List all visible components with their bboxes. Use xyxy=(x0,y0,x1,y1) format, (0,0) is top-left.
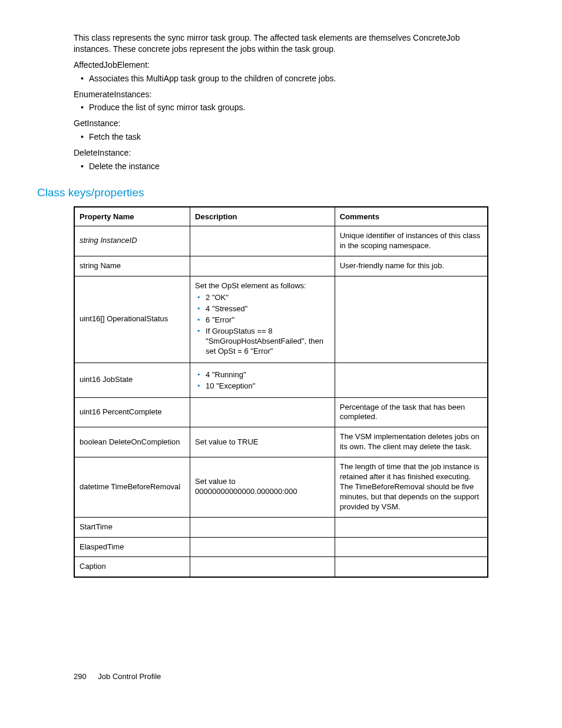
cell-description-text: Set value to TRUE xyxy=(195,437,330,447)
block-label: EnumerateInstances: xyxy=(74,89,488,100)
cell-description xyxy=(190,256,335,276)
block-label: AffectedJobElement: xyxy=(74,60,488,71)
cell-property-name: string InstanceID xyxy=(74,226,190,256)
page-number: 290 xyxy=(74,672,87,681)
cell-description: 4 "Running"10 "Exception" xyxy=(190,363,335,397)
cell-property-name: ElaspedTime xyxy=(74,537,190,557)
cell-property-name: string Name xyxy=(74,256,190,276)
block-list: Fetch the task xyxy=(74,131,488,143)
table-row: uint16 JobState4 "Running"10 "Exception" xyxy=(74,363,488,397)
cell-comments: User-friendly name for this job. xyxy=(335,256,488,276)
cell-description xyxy=(190,226,335,256)
cell-property-name: boolean DeleteOnCompletion xyxy=(74,427,190,457)
page-container: This class represents the sync mirror ta… xyxy=(0,0,562,728)
block-label: DeleteInstance: xyxy=(74,147,488,159)
blocks-container: AffectedJobElement:Associates this Multi… xyxy=(74,60,488,172)
table-row: string InstanceIDUnique identifier of in… xyxy=(74,226,488,256)
th-comments: Comments xyxy=(335,207,488,226)
table-row: uint16[] OperationalStatusSet the OpSt e… xyxy=(74,276,488,363)
block-list-item: Fetch the task xyxy=(89,131,488,143)
cell-comments xyxy=(335,276,488,363)
th-description: Description xyxy=(190,207,335,226)
cell-description: Set the OpSt element as follows:2 "OK"4 … xyxy=(190,276,335,363)
cell-property-name: uint16[] OperationalStatus xyxy=(74,276,190,363)
cell-description-list-item: 6 "Error" xyxy=(206,315,330,325)
cell-description: Set value to 00000000000000.000000:000 xyxy=(190,457,335,517)
cell-description-list: 4 "Running"10 "Exception" xyxy=(195,370,330,391)
block-list-item: Associates this MultiApp task group to t… xyxy=(89,73,488,84)
cell-description-list-item: 4 "Running" xyxy=(206,370,330,380)
cell-description-list-item: 4 "Stressed" xyxy=(206,304,330,314)
table-body: string InstanceIDUnique identifier of in… xyxy=(74,226,488,577)
cell-comments xyxy=(335,517,488,537)
th-property-name: Property Name xyxy=(74,207,190,226)
block-list-item: Produce the list of sync mirror task gro… xyxy=(89,102,488,113)
cell-description-list: 2 "OK"4 "Stressed"6 "Error"If GroupStatu… xyxy=(195,293,330,356)
cell-description xyxy=(190,397,335,427)
cell-comments: The length of time that the job instance… xyxy=(335,457,488,517)
footer-title: Job Control Profile xyxy=(98,672,161,681)
cell-description xyxy=(190,517,335,537)
table-row: uint16 PercentCompletePercentage of the … xyxy=(74,397,488,427)
cell-property-name: datetime TimeBeforeRemoval xyxy=(74,457,190,517)
page-footer: 290 Job Control Profile xyxy=(74,672,161,681)
cell-description-list-item: 10 "Exception" xyxy=(206,381,330,391)
table-row: StartTime xyxy=(74,517,488,537)
table-row: datetime TimeBeforeRemovalSet value to 0… xyxy=(74,457,488,517)
cell-comments xyxy=(335,557,488,577)
properties-table: Property Name Description Comments strin… xyxy=(74,206,488,578)
intro-paragraph: This class represents the sync mirror ta… xyxy=(74,32,488,55)
cell-comments: The VSM implementation deletes jobs on i… xyxy=(335,427,488,457)
table-row: string NameUser-friendly name for this j… xyxy=(74,256,488,276)
cell-description-text: Set value to 00000000000000.000000:000 xyxy=(195,477,330,497)
cell-description: Set value to TRUE xyxy=(190,427,335,457)
cell-comments xyxy=(335,363,488,397)
cell-description-list-item: If GroupStatus == 8 "SmGroupHostAbsentFa… xyxy=(206,327,330,357)
section-heading: Class keys/properties xyxy=(37,186,488,199)
cell-comments: Unique identifier of instances of this c… xyxy=(335,226,488,256)
cell-description xyxy=(190,557,335,577)
block-label: GetInstance: xyxy=(74,118,488,129)
block-list: Associates this MultiApp task group to t… xyxy=(74,73,488,84)
block-list: Delete the instance xyxy=(74,161,488,172)
cell-comments xyxy=(335,537,488,557)
cell-description-list-item: 2 "OK" xyxy=(206,293,330,303)
block-list: Produce the list of sync mirror task gro… xyxy=(74,102,488,113)
cell-description xyxy=(190,537,335,557)
table-header-row: Property Name Description Comments xyxy=(74,207,488,226)
cell-description-text: Set the OpSt element as follows: xyxy=(195,281,330,291)
cell-comments: Percentage of the task that has been com… xyxy=(335,397,488,427)
table-row: boolean DeleteOnCompletionSet value to T… xyxy=(74,427,488,457)
block-list-item: Delete the instance xyxy=(89,161,488,172)
cell-property-name: Caption xyxy=(74,557,190,577)
cell-property-name: uint16 PercentComplete xyxy=(74,397,190,427)
cell-property-name: uint16 JobState xyxy=(74,363,190,397)
cell-property-name: StartTime xyxy=(74,517,190,537)
table-row: Caption xyxy=(74,557,488,577)
table-row: ElaspedTime xyxy=(74,537,488,557)
